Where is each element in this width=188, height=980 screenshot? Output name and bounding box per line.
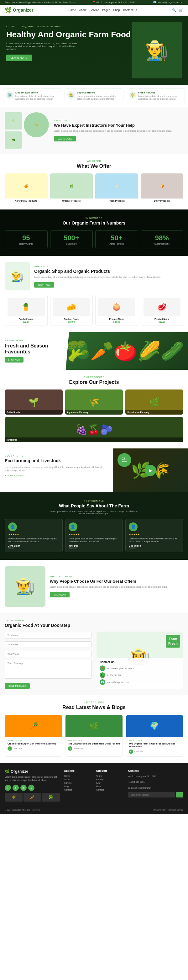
author-avatar-2: B	[129, 749, 133, 754]
nav-about[interactable]: About	[79, 8, 87, 11]
footer-link-service[interactable]: Service	[64, 782, 92, 784]
product-card-cheese[interactable]: 🧀 Product Name $18.99	[50, 295, 93, 326]
footer-link-terms[interactable]: Terms	[96, 775, 124, 777]
farmers-icon: 👨‍🌾	[67, 91, 75, 99]
product-image: 🍍	[8, 298, 45, 317]
shop-now-button[interactable]: SHOP NOW	[34, 282, 54, 288]
contact-email: contact@organizer.com	[107, 681, 128, 683]
footer-link-contact2[interactable]: Contact	[96, 789, 124, 791]
nav-service[interactable]: Service	[90, 8, 99, 11]
twitter-icon[interactable]: t	[13, 784, 19, 791]
dairy-image: 🍞	[141, 173, 183, 199]
season-shop-button[interactable]: SHOP NOW	[5, 357, 24, 363]
nav-home[interactable]: Home	[68, 8, 76, 11]
contact-section: GET IN TOUCH Organic Food At Your Doorst…	[0, 613, 188, 695]
nav-pages[interactable]: Pages	[102, 8, 110, 11]
youtube-icon[interactable]: y	[28, 784, 35, 791]
offer-card-dairy[interactable]: 🍞 Dairy Products	[141, 173, 183, 203]
facebook-icon[interactable]: f	[5, 784, 11, 791]
phone-group	[5, 651, 92, 657]
about-title: We Have Expert Instructors For Your Help	[54, 123, 183, 127]
nav-contact[interactable]: Contact Us	[123, 8, 137, 11]
project-card-nutritious[interactable]: 🍇🍒🫐 Nutritious	[5, 417, 183, 442]
about-image-farmer: 👨‍🌾	[24, 112, 49, 137]
project-card-agriculture[interactable]: 🌾 Agriculture Farming	[65, 390, 123, 415]
footer-link-blog[interactable]: Blog	[64, 785, 92, 788]
eco-tag: ECO FARMING	[5, 455, 108, 457]
footer-link-faq[interactable]: FAQ	[96, 782, 124, 784]
product-card-meat[interactable]: 🥩 Product Name $32.99	[141, 295, 183, 326]
author-name-2: Bob Earth	[134, 751, 143, 752]
search-icon[interactable]: 🔍	[172, 8, 176, 12]
testimonial-name: Jane Doe	[69, 545, 120, 547]
hero-cta-button[interactable]: LEARN MORE	[6, 54, 32, 61]
shop-section: 👨‍🌾 OUR SHOP Organic Shop and Organic Pr…	[0, 256, 188, 332]
footer-about-col: 🌿 Organizer Lorem ipsum dolor sit amet c…	[5, 769, 60, 802]
linkedin-icon[interactable]: in	[21, 784, 27, 791]
why-shop-button[interactable]: SHOP NOW	[50, 592, 70, 597]
farmer-icon: 👨‍🌾	[145, 39, 169, 62]
about-content: ABOUT US We Have Expert Instructors For …	[54, 119, 183, 142]
footer-link-privacy[interactable]: Privacy	[96, 778, 124, 781]
top-bar-center: 📍 4412 Lorem Ipsum Dolor St. 12345	[92, 1, 135, 4]
about-learn-more-button[interactable]: LEARN MORE	[54, 136, 76, 142]
footer-social: f t in y	[5, 784, 60, 791]
stat-label: Happy Clients	[6, 243, 46, 245]
shop-content: OUR SHOP Organic Shop and Organic Produc…	[34, 265, 161, 288]
product-card-onion[interactable]: 🧅 Product Name $24.99	[95, 295, 138, 326]
footer-link-help[interactable]: Help	[96, 785, 124, 788]
email-icon: 📧	[100, 679, 105, 685]
watch-video-link[interactable]: ▶ WATCH VIDEO	[5, 474, 108, 477]
message-input[interactable]	[5, 660, 92, 679]
feature-content: Modern Equipment Lorem ipsum dolor sit a…	[15, 91, 59, 100]
stat-num: 98%	[142, 234, 182, 242]
copyright: © 2024 Organizer. All Rights Reserved.	[5, 809, 40, 811]
contact-title: Organic Food At Your Doorstep	[5, 623, 183, 628]
offer-card-agricultural[interactable]: 🍊 Agricultural Products	[5, 173, 47, 203]
newsletter-submit-button[interactable]: →	[176, 792, 183, 797]
location-icon: 📍	[100, 665, 105, 671]
stat-customers: 500+ Customers	[50, 231, 93, 248]
project-card-soil[interactable]: 🌱 Soil & Seeds	[5, 390, 63, 415]
product-name: Product Name	[144, 318, 181, 320]
offer-card-organic[interactable]: 🌿 Organic Products	[50, 173, 93, 203]
footer-link-contact[interactable]: Contact	[64, 789, 92, 791]
blog-card-1[interactable]: 🌿 February 8, 2024 The Organic Food and …	[65, 715, 123, 756]
testimonial-avatar: 👤	[8, 522, 17, 531]
years-badge: 23+ Years	[117, 453, 131, 467]
stars: ★★★★★	[69, 533, 120, 536]
blog-card-2[interactable]: 🌍 March 22, 2024 Why Organic Plant Is Go…	[126, 715, 183, 756]
name-input[interactable]	[5, 632, 92, 638]
play-button[interactable]: ▶	[145, 465, 156, 476]
email-input[interactable]	[5, 641, 92, 648]
phone-input[interactable]	[5, 651, 92, 657]
footer: 🌿 Organizer Lorem ipsum dolor sit amet c…	[0, 763, 188, 814]
blog-title-1: The Organic Food and Sustainable Doing F…	[68, 742, 120, 745]
project-card-sustainable[interactable]: 🌿 Sustainable Farming	[125, 390, 183, 415]
testimonials-tag: TESTIMONIALS	[5, 500, 183, 502]
product-name: Product Name	[98, 318, 135, 320]
blog-card-0[interactable]: 🥕 January 15, 2024 Organic Food Export C…	[5, 715, 62, 756]
product-card-pineapple[interactable]: 🍍 Product Name $22.99	[5, 295, 47, 326]
footer-thumb-0: 🌾	[5, 793, 22, 802]
terms-link[interactable]: Terms of Service	[168, 809, 183, 811]
send-message-button[interactable]: SEND MESSAGE	[5, 683, 30, 689]
stat-label: Customers	[52, 243, 91, 245]
newsletter-input[interactable]	[128, 792, 175, 797]
privacy-policy-link[interactable]: Privacy Policy	[153, 809, 166, 811]
footer-link-about[interactable]: About	[64, 778, 92, 781]
stats-section: IN NUMBERS Our Organic Farm in Numbers 9…	[0, 210, 188, 256]
offer-section: WE OFFER What We Offer 🍊 Agricultural Pr…	[0, 154, 188, 210]
testimonials-grid: 👤 ★★★★★ Lorem ipsum dolor sit amet conse…	[5, 519, 183, 552]
offer-card-fresh[interactable]: 🥛 Fresh Products	[95, 173, 138, 203]
logo[interactable]: 🌿 Organizer	[5, 6, 33, 13]
shop-text: Lorem ipsum dolor sit amet consectetur a…	[34, 276, 161, 279]
contact-grid: SEND MESSAGE 👩‍🌾 FarmFresh Contact Us 📍 …	[5, 632, 183, 689]
blog-author-row-0: J John Farm	[8, 746, 59, 751]
nav-shop[interactable]: Shop	[113, 8, 120, 11]
contact-phone: +1 234 567 8901	[107, 674, 123, 676]
about-strip: 🌾 🥦 👨‍🌾 ABOUT US We Have Expert Instruct…	[0, 107, 188, 154]
cart-icon[interactable]: 🛒	[179, 8, 183, 12]
offer-grid: 🍊 Agricultural Products 🌿 Organic Produc…	[5, 173, 183, 203]
footer-link-home[interactable]: Home	[64, 775, 92, 777]
